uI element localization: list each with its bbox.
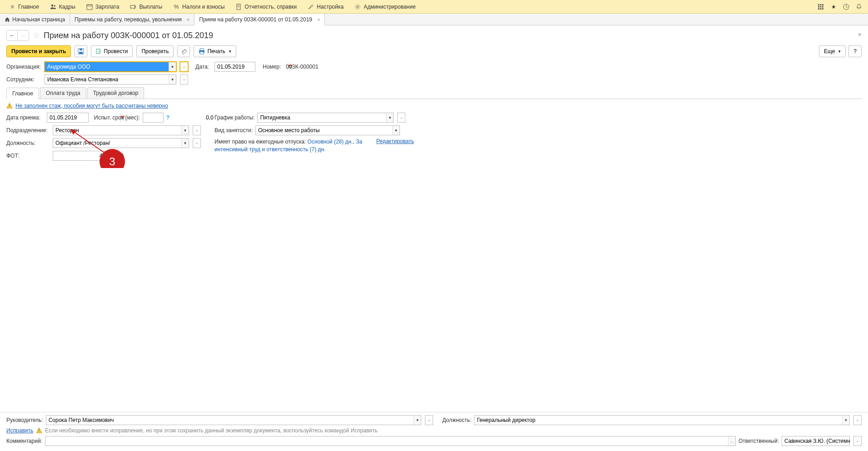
- employee-input[interactable]: [45, 75, 169, 84]
- apps-icon[interactable]: [815, 1, 826, 12]
- schedule-combo[interactable]: ▼: [257, 113, 394, 123]
- open-ref-button[interactable]: ▫: [397, 113, 405, 123]
- forward-button[interactable]: →: [18, 30, 29, 40]
- menu-salary[interactable]: Зарплата: [81, 0, 125, 13]
- more-button[interactable]: Еще: [819, 45, 846, 57]
- svg-rect-13: [822, 4, 823, 5]
- document-icon: [235, 4, 242, 10]
- menu-payments[interactable]: Выплаты: [125, 0, 168, 13]
- back-button[interactable]: ←: [7, 30, 18, 40]
- fot-label: ФОТ:: [6, 153, 50, 159]
- menu-reports[interactable]: Отчетность, справки: [230, 0, 302, 13]
- post-button[interactable]: Провести: [91, 45, 133, 57]
- close-icon[interactable]: ×: [317, 17, 320, 22]
- open-ref-button[interactable]: ▫: [180, 74, 188, 84]
- org-row: Организация: ▼ ▫ Дата: 📅 Номер: 00ЗК-000…: [6, 62, 862, 72]
- employee-combo[interactable]: ▼: [45, 74, 176, 84]
- help-button[interactable]: ?: [848, 45, 862, 57]
- open-ref-button[interactable]: ▫: [193, 125, 201, 135]
- toolbar: Провести и закрыть Провести Проверить Пе…: [6, 45, 862, 57]
- number-label: Номер:: [263, 64, 283, 70]
- vacation-row: Имеет право на ежегодные отпуска: Основн…: [215, 138, 414, 154]
- svg-rect-11: [818, 4, 819, 5]
- dropdown-icon[interactable]: ▼: [386, 113, 393, 122]
- post-close-button[interactable]: Провести и закрыть: [6, 45, 71, 57]
- date-combo[interactable]: 📅: [215, 62, 255, 72]
- sub-tab-pay[interactable]: Оплата труда: [40, 87, 86, 99]
- menu-hr[interactable]: Кадры: [45, 0, 81, 13]
- dropdown-icon[interactable]: ▼: [169, 75, 176, 84]
- warning-link[interactable]: Не заполнен стаж, пособия могут быть рас…: [15, 103, 168, 109]
- schedule-input[interactable]: [258, 113, 386, 122]
- employment-row: Вид занятости: ▼: [215, 125, 414, 135]
- bell-icon[interactable]: [853, 1, 864, 12]
- svg-rect-2: [87, 5, 92, 10]
- svg-rect-15: [820, 6, 822, 7]
- tab-hiring-list[interactable]: Приемы на работу, переводы, увольнения ×: [70, 14, 195, 25]
- dropdown-icon[interactable]: ▼: [169, 62, 176, 71]
- vacation-main: Основной (28) дн.: [308, 139, 353, 145]
- menu-label: Кадры: [59, 4, 75, 10]
- menu-label: Зарплата: [95, 4, 120, 10]
- org-label: Организация:: [6, 64, 42, 70]
- sub-tab-contract[interactable]: Трудовой договор: [87, 87, 144, 99]
- save-button[interactable]: [75, 45, 87, 57]
- menu-main[interactable]: ≡ Главное: [4, 0, 45, 13]
- menu-label: Администрирование: [364, 4, 415, 10]
- dropdown-icon[interactable]: ▼: [181, 126, 189, 135]
- employment-label: Вид занятости:: [215, 127, 253, 134]
- print-button[interactable]: Печать: [194, 45, 236, 57]
- tab-home[interactable]: Начальная страница: [0, 14, 70, 25]
- title-row: ← → ☆ Прием на работу 00ЗК-000001 от 01.…: [6, 30, 862, 41]
- org-combo[interactable]: ▼: [45, 62, 176, 72]
- page-title: Прием на работу 00ЗК-000001 от 01.05.201…: [44, 31, 213, 40]
- schedule-row: График работы: ▼ ▫: [215, 113, 414, 123]
- menu-icon: ≡: [9, 4, 15, 10]
- menu-label: Выплаты: [139, 4, 162, 10]
- tab-label: Прием на работу 00ЗК-000001 от 01.05.201…: [199, 16, 312, 23]
- nav-group: ← →: [6, 30, 29, 41]
- svg-point-21: [858, 8, 859, 9]
- svg-rect-17: [818, 8, 819, 10]
- svg-rect-28: [200, 52, 204, 54]
- favorite-icon[interactable]: ★: [828, 1, 839, 12]
- tab-hiring-doc[interactable]: Прием на работу 00ЗК-000001 от 01.05.201…: [195, 14, 325, 25]
- open-ref-button[interactable]: ▫: [193, 138, 201, 148]
- tab-label: Начальная страница: [12, 16, 65, 23]
- attach-button[interactable]: [177, 45, 190, 57]
- check-button[interactable]: Проверить: [136, 45, 174, 57]
- svg-rect-14: [818, 6, 819, 7]
- hire-date-combo[interactable]: 📅: [47, 113, 89, 123]
- hire-date-row: Дата приема: 📅 Испыт. срок (мес): ?: [6, 113, 201, 123]
- sub-tab-main[interactable]: Главное: [6, 88, 39, 99]
- schedule-label: График работы:: [215, 114, 254, 121]
- menu-admin[interactable]: Администрирование: [349, 0, 421, 13]
- org-input[interactable]: [45, 62, 169, 71]
- arrow-right-icon: [130, 4, 136, 10]
- vacation-text: Имеет право на ежегодные отпуска: Основн…: [215, 138, 364, 154]
- trial-input[interactable]: [143, 113, 216, 122]
- svg-text:!: !: [9, 104, 10, 108]
- trial-combo[interactable]: [143, 113, 164, 123]
- people-icon: [50, 4, 56, 10]
- dropdown-icon[interactable]: ▼: [181, 139, 189, 148]
- menu-label: Отчетность, справки: [244, 4, 297, 10]
- svg-point-10: [357, 6, 359, 8]
- annotation-number: 3: [109, 155, 115, 168]
- favorite-star-icon[interactable]: ☆: [33, 30, 40, 40]
- history-icon[interactable]: [841, 1, 852, 12]
- employment-input[interactable]: [256, 126, 392, 135]
- menu-label: Главное: [18, 4, 39, 10]
- help-icon[interactable]: ?: [166, 114, 170, 121]
- employment-combo[interactable]: ▼: [255, 125, 400, 135]
- svg-rect-12: [820, 4, 822, 5]
- menu-settings[interactable]: Настройка: [302, 0, 349, 13]
- close-icon[interactable]: ×: [187, 17, 190, 22]
- open-ref-button[interactable]: ▫: [180, 62, 188, 72]
- dropdown-icon[interactable]: ▼: [392, 126, 399, 135]
- svg-rect-25: [96, 49, 100, 54]
- menu-taxes[interactable]: % Налоги и взносы: [168, 0, 230, 13]
- close-icon[interactable]: ×: [858, 31, 862, 38]
- svg-rect-26: [200, 49, 204, 50]
- edit-link[interactable]: Редактировать: [376, 138, 414, 144]
